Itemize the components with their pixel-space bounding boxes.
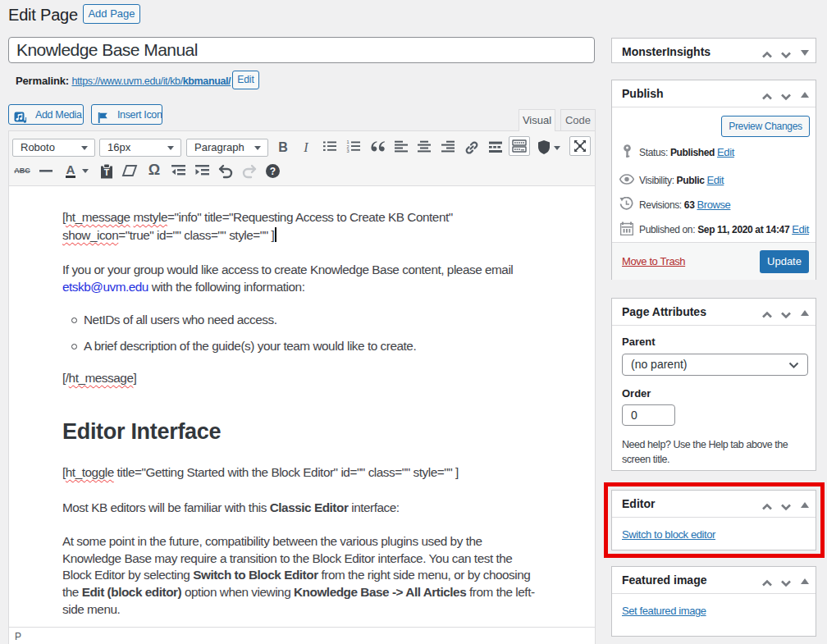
svg-text:3: 3 [347,148,350,153]
svg-text:T: T [104,167,110,177]
svg-text:?: ? [269,165,275,176]
